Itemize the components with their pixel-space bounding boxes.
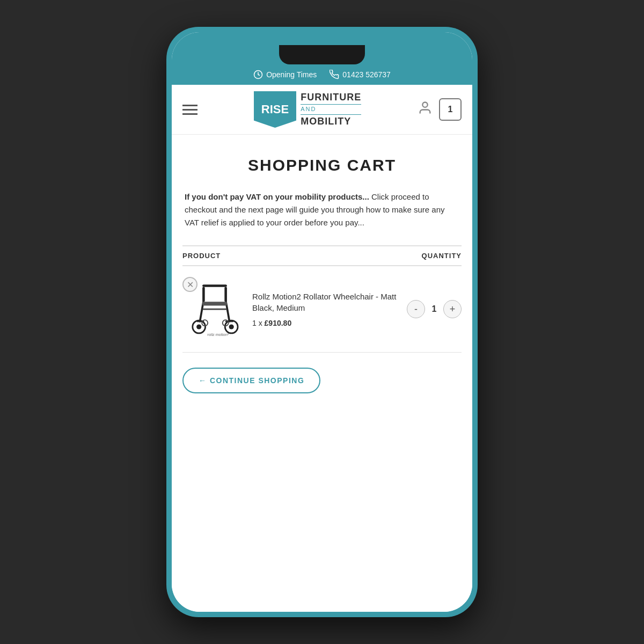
cart-count: 1 [448,105,453,114]
phone-frame: Opening Times 01423 526737 RISE [166,27,478,617]
logo[interactable]: RISE FURNITURE AND MOBILITY [254,91,361,128]
svg-rect-4 [224,287,227,302]
svg-point-14 [229,324,234,329]
price-qty-label: 1 x [252,319,262,327]
nav-bar: RISE FURNITURE AND MOBILITY [172,85,472,135]
svg-rect-3 [202,287,205,302]
phone-number-item[interactable]: 01423 526737 [330,70,391,79]
page-content: SHOPPING CART If you don't pay VAT on yo… [172,135,472,612]
logo-text: FURNITURE AND MOBILITY [301,92,361,127]
svg-point-12 [196,324,201,329]
user-icon[interactable] [418,100,433,119]
notch-area [172,32,472,64]
top-bar: Opening Times 01423 526737 [172,64,472,85]
cart-item: ✕ [182,266,462,353]
product-info: Rollz Motion2 Rollator Wheelchair - Matt… [248,291,400,327]
svg-rect-8 [202,302,227,305]
notch [279,45,365,64]
svg-rect-2 [202,284,227,287]
svg-text:rollz motion²: rollz motion² [207,332,229,337]
opening-times-item[interactable]: Opening Times [253,70,317,79]
product-name: Rollz Motion2 Rollator Wheelchair - Matt… [252,291,400,313]
logo-badge: RISE [254,91,296,128]
quantity-value: 1 [425,300,443,318]
nav-icons: 1 [418,98,462,121]
clock-icon [253,70,263,79]
col-product-header: PRODUCT [182,252,221,260]
phone-number: 01423 526737 [342,70,391,79]
phone-icon [330,70,339,79]
remove-item-button[interactable]: ✕ [182,277,197,292]
svg-point-1 [422,102,427,107]
price-value: £910.80 [265,319,292,327]
quantity-increase-button[interactable]: + [443,300,462,318]
vat-notice: If you don't pay VAT on your mobility pr… [182,191,462,245]
cart-table-header: PRODUCT QUANTITY [182,245,462,266]
product-price: 1 x £910.80 [252,319,400,327]
page-title: SHOPPING CART [182,135,462,191]
col-quantity-header: QUANTITY [422,252,462,260]
continue-shopping-button[interactable]: ← CONTINUE SHOPPING [182,368,320,393]
vat-notice-bold: If you don't pay VAT on your mobility pr… [185,192,369,201]
opening-times-label: Opening Times [266,70,317,79]
hamburger-menu[interactable] [182,105,197,115]
rollator-illustration: rollz motion² [191,280,239,339]
cart-button[interactable]: 1 [439,98,462,121]
quantity-decrease-button[interactable]: - [407,300,425,318]
quantity-control: - 1 + [407,300,462,318]
phone-screen: Opening Times 01423 526737 RISE [172,32,472,612]
